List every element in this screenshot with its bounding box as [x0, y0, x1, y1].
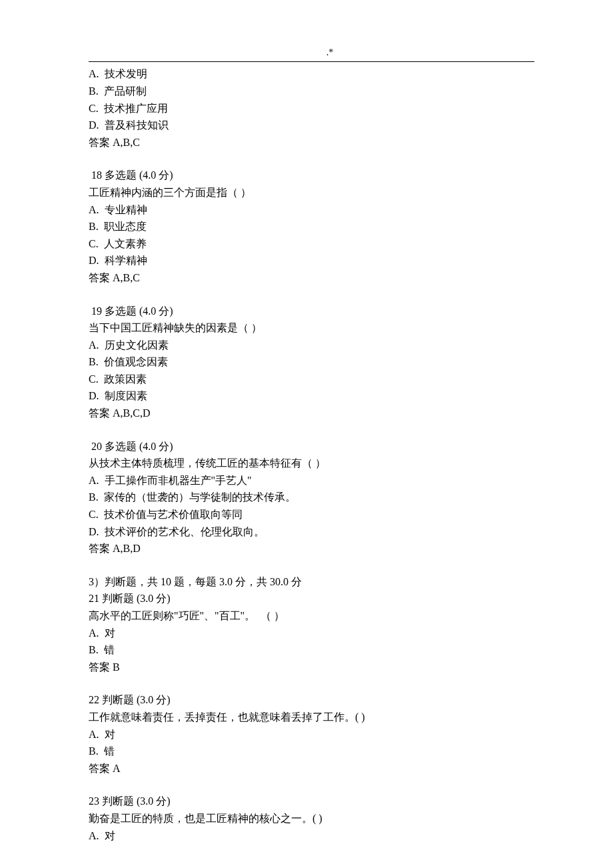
q23-title: 23 判断题 (3.0 分)	[89, 793, 534, 810]
header-rule	[89, 61, 534, 62]
q22-option-b: B. 错	[89, 743, 534, 760]
page-header: .*	[89, 45, 534, 60]
question-18: 18 多选题 (4.0 分) 工匠精神内涵的三个方面是指（ ） A. 专业精神 …	[89, 167, 534, 286]
q21-stem: 高水平的工匠则称"巧匠"、"百工"。 （ ）	[89, 607, 534, 625]
q19-option-b: B. 价值观念因素	[89, 353, 534, 371]
q18-option-b: B. 职业态度	[89, 218, 534, 235]
q22-title: 22 判断题 (3.0 分)	[89, 691, 534, 709]
q20-title: 20 多选题 (4.0 分)	[89, 438, 534, 455]
q19-answer: 答案 A,B,C,D	[89, 405, 534, 422]
q19-option-a: A. 历史文化因素	[89, 337, 534, 354]
q18-option-a: A. 专业精神	[89, 201, 534, 219]
section-3-and-q21: 3）判断题，共 10 题，每题 3.0 分，共 30.0 分 21 判断题 (3…	[89, 573, 534, 676]
q19-stem: 当下中国工匠精神缺失的因素是（ ）	[89, 319, 534, 337]
q18-answer: 答案 A,B,C	[89, 269, 534, 287]
q22-option-a: A. 对	[89, 726, 534, 743]
question-20: 20 多选题 (4.0 分) 从技术主体特质梳理，传统工匠的基本特征有（ ） A…	[89, 438, 534, 557]
q23-option-a: A. 对	[89, 827, 534, 845]
q18-stem: 工匠精神内涵的三个方面是指（ ）	[89, 184, 534, 201]
q19-option-c: C. 政策因素	[89, 371, 534, 388]
q19-title: 19 多选题 (4.0 分)	[89, 303, 534, 320]
q22-stem: 工作就意味着责任，丢掉责任，也就意味着丢掉了工作。( )	[89, 709, 534, 726]
q20-stem: 从技术主体特质梳理，传统工匠的基本特征有（ ）	[89, 455, 534, 472]
q22-answer: 答案 A	[89, 760, 534, 777]
section-3-title: 3）判断题，共 10 题，每题 3.0 分，共 30.0 分	[89, 573, 534, 591]
q20-option-d: D. 技术评价的艺术化、伦理化取向。	[89, 523, 534, 541]
q18-title: 18 多选题 (4.0 分)	[89, 167, 534, 184]
q23-stem: 勤奋是工匠的特质，也是工匠精神的核心之一。( )	[89, 810, 534, 827]
q21-option-a: A. 对	[89, 625, 534, 642]
q17-option-a: A. 技术发明	[89, 65, 534, 83]
q17-answer: 答案 A,B,C	[89, 134, 534, 151]
question-19: 19 多选题 (4.0 分) 当下中国工匠精神缺失的因素是（ ） A. 历史文化…	[89, 303, 534, 422]
q20-option-a: A. 手工操作而非机器生产"手艺人"	[89, 472, 534, 489]
q19-option-d: D. 制度因素	[89, 387, 534, 405]
q17-option-b: B. 产品研制	[89, 83, 534, 100]
q21-answer: 答案 B	[89, 659, 534, 676]
q20-option-c: C. 技术价值与艺术价值取向等同	[89, 506, 534, 523]
q21-option-b: B. 错	[89, 641, 534, 659]
q20-option-b: B. 家传的（世袭的）与学徒制的技术传承。	[89, 489, 534, 506]
q17-option-d: D. 普及科技知识	[89, 117, 534, 134]
question-17-tail: A. 技术发明 B. 产品研制 C. 技术推广应用 D. 普及科技知识 答案 A…	[89, 65, 534, 151]
q18-option-c: C. 人文素养	[89, 235, 534, 253]
q18-option-d: D. 科学精神	[89, 252, 534, 269]
question-23: 23 判断题 (3.0 分) 勤奋是工匠的特质，也是工匠精神的核心之一。( ) …	[89, 793, 534, 844]
q21-title: 21 判断题 (3.0 分)	[89, 590, 534, 607]
q20-answer: 答案 A,B,D	[89, 540, 534, 557]
question-22: 22 判断题 (3.0 分) 工作就意味着责任，丢掉责任，也就意味着丢掉了工作。…	[89, 691, 534, 777]
q17-option-c: C. 技术推广应用	[89, 100, 534, 117]
document-page: .* A. 技术发明 B. 产品研制 C. 技术推广应用 D. 普及科技知识 答…	[0, 0, 613, 868]
